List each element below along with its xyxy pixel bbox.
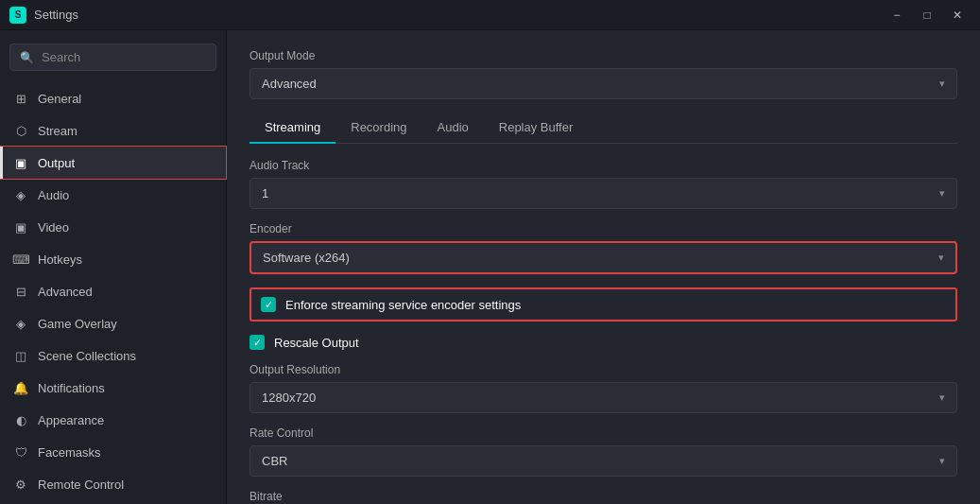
close-button[interactable]: ✕ — [942, 4, 972, 26]
audio-icon: ◈ — [13, 187, 28, 202]
rate-control-value: CBR — [262, 454, 287, 468]
facemasks-icon: 🛡 — [13, 444, 28, 460]
bitrate-label: Bitrate — [249, 490, 957, 503]
sidebar-item-game-overlay[interactable]: ◈Game Overlay — [0, 307, 226, 339]
app-icon: S — [9, 7, 26, 24]
output-mode-group: Output Mode Advanced ▾ — [249, 49, 957, 99]
appearance-icon: ◐ — [13, 412, 28, 427]
sidebar-item-hotkeys[interactable]: ⌨Hotkeys — [0, 243, 226, 275]
rescale-output-checkbox[interactable]: ✓ — [249, 335, 265, 350]
title-bar-left: S Settings — [9, 7, 78, 24]
encoder-label: Encoder — [249, 222, 957, 235]
sidebar-item-appearance[interactable]: ◐Appearance — [0, 404, 226, 436]
rate-control-label: Rate Control — [249, 426, 957, 440]
advanced-icon: ⊟ — [13, 284, 28, 299]
sidebar-item-remote-control[interactable]: ⚙Remote Control — [0, 468, 226, 500]
rescale-output-label: Rescale Output — [274, 336, 359, 350]
rescale-check-icon: ✓ — [253, 337, 262, 349]
sidebar-item-label-video: Video — [38, 220, 69, 235]
maximize-button[interactable]: □ — [912, 4, 942, 26]
output-resolution-value: 1280x720 — [262, 391, 316, 405]
enforce-encoder-checkbox[interactable]: ✓ — [261, 297, 276, 312]
rescale-output-row[interactable]: ✓ Rescale Output — [249, 331, 957, 354]
tab-audio[interactable]: Audio — [422, 113, 484, 144]
tab-recording[interactable]: Recording — [335, 113, 421, 144]
sidebar-item-label-scene-collections: Scene Collections — [38, 349, 136, 363]
title-text: Settings — [34, 8, 78, 22]
sidebar-item-label-appearance: Appearance — [38, 413, 104, 427]
output-mode-dropdown[interactable]: Advanced ▾ — [249, 68, 957, 99]
sidebar-item-advanced[interactable]: ⊟Advanced — [0, 275, 226, 307]
output-resolution-label: Output Resolution — [249, 363, 957, 376]
video-icon: ▣ — [13, 219, 28, 235]
title-bar-controls: − □ ✕ — [882, 4, 972, 26]
scene-collections-icon: ◫ — [13, 348, 28, 363]
encoder-arrow: ▾ — [938, 252, 944, 264]
notifications-icon: 🔔 — [13, 380, 28, 395]
sidebar-item-label-game-overlay: Game Overlay — [38, 317, 117, 331]
enforce-encoder-label: Enforce streaming service encoder settin… — [285, 298, 521, 312]
audio-track-value: 1 — [262, 186, 268, 200]
output-mode-arrow: ▾ — [939, 78, 945, 90]
output-resolution-arrow: ▾ — [939, 391, 945, 404]
sidebar-item-general[interactable]: ⊞General — [0, 82, 226, 114]
sidebar-item-label-hotkeys: Hotkeys — [38, 252, 82, 267]
enforce-encoder-row[interactable]: ✓ Enforce streaming service encoder sett… — [249, 287, 957, 322]
title-bar: S Settings − □ ✕ — [0, 0, 980, 30]
search-icon: 🔍 — [20, 51, 34, 64]
sidebar-item-video[interactable]: ▣Video — [0, 211, 226, 243]
sidebar-item-label-remote-control: Remote Control — [38, 478, 124, 492]
sidebar: 🔍 ⊞General⬡Stream▣Output◈Audio▣Video⌨Hot… — [0, 30, 227, 504]
audio-track-group: Audio Track 1 ▾ — [249, 159, 957, 209]
sidebar-item-label-stream: Stream — [38, 124, 77, 138]
encoder-value: Software (x264) — [263, 251, 350, 265]
sidebar-item-installed-apps[interactable]: ⊞Installed Apps — [0, 500, 226, 504]
audio-track-label: Audio Track — [249, 159, 957, 172]
general-icon: ⊞ — [13, 91, 28, 106]
sidebar-item-label-general: General — [38, 92, 81, 106]
sidebar-item-notifications[interactable]: 🔔Notifications — [0, 372, 226, 404]
sidebar-item-label-output: Output — [38, 156, 75, 170]
remote-control-icon: ⚙ — [13, 477, 28, 492]
sidebar-item-label-advanced: Advanced — [38, 285, 93, 299]
output-icon: ▣ — [13, 155, 28, 170]
tab-streaming[interactable]: Streaming — [249, 113, 335, 144]
audio-track-dropdown[interactable]: 1 ▾ — [249, 178, 957, 209]
encoder-group: Encoder Software (x264) ▾ — [249, 222, 957, 274]
audio-track-arrow: ▾ — [939, 187, 945, 200]
content-panel: Output Mode Advanced ▾ StreamingRecordin… — [227, 30, 980, 504]
hotkeys-icon: ⌨ — [13, 252, 28, 267]
sidebar-item-scene-collections[interactable]: ◫Scene Collections — [0, 339, 226, 372]
sidebar-item-facemasks[interactable]: 🛡Facemasks — [0, 436, 226, 468]
sidebar-item-audio[interactable]: ◈Audio — [0, 179, 226, 211]
sidebar-item-label-notifications: Notifications — [38, 381, 105, 395]
main-layout: 🔍 ⊞General⬡Stream▣Output◈Audio▣Video⌨Hot… — [0, 30, 980, 504]
stream-icon: ⬡ — [13, 123, 28, 138]
output-resolution-group: Output Resolution 1280x720 ▾ — [249, 363, 957, 413]
game-overlay-icon: ◈ — [13, 316, 28, 331]
search-input[interactable] — [42, 50, 206, 64]
output-mode-value: Advanced — [262, 77, 317, 91]
sidebar-item-stream[interactable]: ⬡Stream — [0, 114, 226, 147]
rate-control-group: Rate Control CBR ▾ — [249, 426, 957, 477]
tab-replay-buffer[interactable]: Replay Buffer — [484, 113, 589, 144]
rate-control-arrow: ▾ — [939, 455, 945, 467]
minimize-button[interactable]: − — [882, 4, 912, 26]
enforce-encoder-check-icon: ✓ — [265, 299, 273, 311]
sidebar-item-output[interactable]: ▣Output — [0, 147, 226, 179]
tabs-bar: StreamingRecordingAudioReplay Buffer — [249, 113, 957, 144]
search-box[interactable]: 🔍 — [9, 43, 216, 71]
output-mode-label: Output Mode — [249, 49, 957, 62]
sidebar-item-label-audio: Audio — [38, 188, 69, 202]
sidebar-item-label-facemasks: Facemasks — [38, 445, 100, 460]
encoder-dropdown[interactable]: Software (x264) ▾ — [249, 241, 957, 274]
output-resolution-dropdown[interactable]: 1280x720 ▾ — [249, 382, 957, 413]
rate-control-dropdown[interactable]: CBR ▾ — [249, 445, 957, 477]
